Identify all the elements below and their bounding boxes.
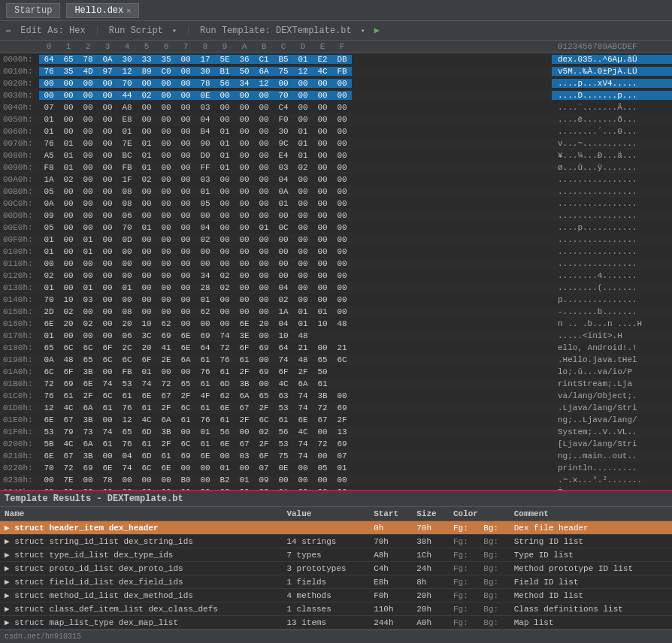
hex-byte[interactable]: 9C [274, 139, 293, 148]
hex-row[interactable]: 0140h:70100300000000000100000002000000p.… [0, 294, 672, 306]
tab-close-icon[interactable]: ✕ [126, 6, 131, 15]
hex-byte[interactable]: 00 [274, 79, 293, 88]
hex-byte[interactable]: 00 [254, 259, 274, 268]
hex-byte[interactable]: 00 [78, 163, 98, 172]
hex-byte[interactable]: 76 [39, 139, 59, 148]
hex-byte[interactable]: 2F [332, 415, 352, 424]
hex-byte[interactable]: 01 [274, 199, 293, 208]
hex-byte[interactable]: 00 [78, 223, 98, 232]
hex-byte[interactable]: 6C [59, 343, 78, 352]
hex-byte[interactable]: 61 [98, 439, 117, 448]
hex-byte[interactable]: 00 [254, 283, 274, 292]
hex-byte[interactable]: 00 [254, 175, 274, 184]
tab-hellodex[interactable]: Hello.dex ✕ [66, 3, 139, 18]
hex-byte[interactable]: 05 [195, 199, 215, 208]
hex-byte[interactable]: 00 [176, 139, 195, 148]
results-row[interactable]: ▶ struct header_item dex_header0h70hFg:B… [0, 521, 672, 535]
hex-byte[interactable]: 05 [39, 187, 59, 196]
hex-byte[interactable]: 01 [293, 319, 313, 328]
hex-row[interactable]: 00E0h:0500000070010000040000010C000000..… [0, 222, 672, 234]
hex-byte[interactable]: 53 [39, 427, 59, 436]
hex-byte[interactable]: 30 [195, 67, 215, 76]
hex-byte[interactable]: 00 [313, 163, 332, 172]
hex-byte[interactable]: 00 [293, 103, 313, 112]
hex-byte[interactable]: F0 [274, 115, 293, 124]
hex-byte[interactable]: 00 [293, 199, 313, 208]
hex-row[interactable]: 00F0h:010001000D0000000200000000000000..… [0, 234, 672, 246]
hex-byte[interactable]: 01 [293, 55, 313, 64]
hex-byte[interactable]: 00 [254, 115, 274, 124]
hex-byte[interactable]: 6D [137, 451, 156, 460]
hex-byte[interactable]: 70 [117, 223, 137, 232]
hex-byte[interactable]: 65 [117, 427, 137, 436]
hex-byte[interactable]: 00 [137, 283, 156, 292]
hex-byte[interactable]: 6E [39, 319, 59, 328]
hex-byte[interactable]: 6F [235, 343, 254, 352]
hex-byte[interactable]: 0A [39, 199, 59, 208]
hex-row[interactable]: 00C0h:0A000000080000000500000001000000..… [0, 198, 672, 210]
hex-byte[interactable]: B4 [195, 127, 215, 136]
hex-byte[interactable]: 00 [293, 247, 313, 256]
hex-byte[interactable]: 00 [215, 451, 235, 460]
hex-byte[interactable]: 00 [98, 235, 117, 244]
hex-byte[interactable]: 00 [235, 247, 254, 256]
hex-byte[interactable]: 00 [313, 139, 332, 148]
hex-byte[interactable]: 00 [215, 187, 235, 196]
hex-byte[interactable]: 6E [137, 391, 156, 400]
hex-byte[interactable]: 6D [137, 427, 156, 436]
hex-byte[interactable]: 00 [215, 235, 235, 244]
hex-byte[interactable]: 00 [332, 247, 352, 256]
hex-byte[interactable]: FB [117, 367, 137, 376]
hex-byte[interactable]: 53 [274, 403, 293, 412]
hex-byte[interactable]: 35 [59, 67, 78, 76]
hex-byte[interactable]: 00 [274, 271, 293, 280]
hex-byte[interactable]: 01 [332, 463, 352, 472]
hex-byte[interactable]: 6E [176, 331, 195, 340]
hex-byte[interactable]: 00 [98, 271, 117, 280]
hex-byte[interactable]: 63 [274, 391, 293, 400]
hex-row[interactable]: 0060h:0100000001000000B401000030010000..… [0, 125, 672, 137]
hex-byte[interactable]: 00 [59, 103, 78, 112]
hex-byte[interactable]: 01 [39, 235, 59, 244]
hex-byte[interactable]: 00 [332, 475, 352, 485]
hex-byte[interactable]: 6A [254, 67, 274, 76]
hex-byte[interactable]: 00 [235, 199, 254, 208]
hex-byte[interactable]: 6F [59, 367, 78, 376]
hex-byte[interactable]: 1A [39, 175, 59, 184]
hex-byte[interactable]: 20 [254, 319, 274, 328]
hex-byte[interactable]: 64 [39, 55, 59, 64]
hex-byte[interactable]: 00 [156, 175, 176, 184]
hex-byte[interactable]: 00 [293, 175, 313, 184]
hex-byte[interactable]: 6E [235, 319, 254, 328]
hex-byte[interactable]: 48 [293, 331, 313, 340]
hex-byte[interactable]: DB [332, 55, 352, 64]
hex-byte[interactable]: 00 [176, 463, 195, 472]
hex-byte[interactable]: 70 [39, 463, 59, 472]
hex-byte[interactable]: 6C [254, 415, 274, 424]
hex-byte[interactable]: 02 [59, 307, 78, 316]
hex-byte[interactable]: 00 [313, 115, 332, 124]
hex-byte[interactable]: 00 [176, 259, 195, 268]
hex-byte[interactable]: 00 [293, 295, 313, 304]
hex-byte[interactable]: 00 [59, 259, 78, 268]
hex-byte[interactable]: 0A [274, 187, 293, 196]
hex-row[interactable]: 00B0h:0500000008000000010000000A000000..… [0, 186, 672, 198]
hex-byte[interactable]: 00 [176, 307, 195, 316]
hex-byte[interactable]: 56 [215, 79, 235, 88]
hex-byte[interactable]: 61 [137, 403, 156, 412]
hex-byte[interactable]: 00 [59, 115, 78, 124]
hex-byte[interactable]: 00 [98, 91, 117, 100]
hex-byte[interactable]: 00 [176, 151, 195, 160]
hex-byte[interactable]: 00 [176, 187, 195, 196]
hex-byte[interactable]: 72 [39, 379, 59, 388]
hex-byte[interactable]: 74 [98, 379, 117, 388]
hex-byte[interactable]: 00 [117, 475, 137, 485]
hex-byte[interactable]: 02 [215, 271, 235, 280]
hex-byte[interactable]: 67 [235, 403, 254, 412]
hex-byte[interactable]: 00 [59, 187, 78, 196]
hex-byte[interactable]: 17 [195, 55, 215, 64]
hex-byte[interactable]: 04 [274, 175, 293, 184]
hex-byte[interactable]: 00 [137, 211, 156, 220]
hex-byte[interactable]: 00 [254, 103, 274, 112]
hex-byte[interactable]: 01 [293, 151, 313, 160]
